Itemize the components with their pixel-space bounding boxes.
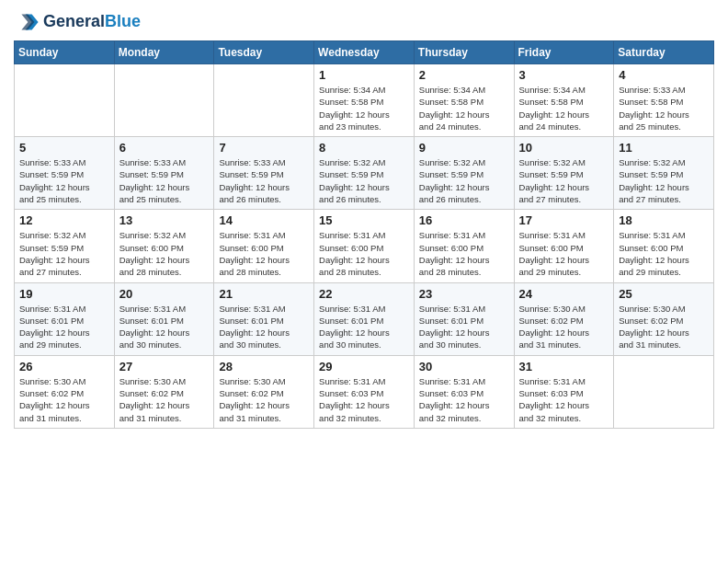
cell-content: Sunrise: 5:31 AM Sunset: 6:01 PM Dayligh… [19,303,109,351]
calendar-cell [614,355,714,428]
calendar-cell: 22Sunrise: 5:31 AM Sunset: 6:01 PM Dayli… [314,282,415,355]
calendar-table: SundayMondayTuesdayWednesdayThursdayFrid… [14,40,714,429]
day-number: 23 [419,287,509,301]
page-header: GeneralBlue [14,9,714,35]
calendar-week-row: 12Sunrise: 5:32 AM Sunset: 5:59 PM Dayli… [15,210,714,282]
col-header-wednesday: Wednesday [314,41,415,64]
cell-content: Sunrise: 5:31 AM Sunset: 6:00 PM Dayligh… [619,229,709,278]
cell-content: Sunrise: 5:33 AM Sunset: 5:59 PM Dayligh… [19,156,109,205]
cell-content: Sunrise: 5:31 AM Sunset: 6:00 PM Dayligh… [219,229,309,278]
calendar-week-row: 5Sunrise: 5:33 AM Sunset: 5:59 PM Daylig… [15,137,714,210]
cell-content: Sunrise: 5:31 AM Sunset: 6:01 PM Dayligh… [419,303,509,351]
calendar-cell: 2Sunrise: 5:34 AM Sunset: 5:58 PM Daylig… [414,64,514,137]
calendar-cell: 18Sunrise: 5:31 AM Sunset: 6:00 PM Dayli… [614,210,714,282]
cell-content: Sunrise: 5:31 AM Sunset: 6:01 PM Dayligh… [319,303,409,351]
day-number: 16 [419,213,509,227]
calendar-cell [15,64,115,137]
calendar-cell: 20Sunrise: 5:31 AM Sunset: 6:01 PM Dayli… [114,282,214,355]
day-number: 12 [19,213,109,227]
cell-content: Sunrise: 5:31 AM Sunset: 6:03 PM Dayligh… [419,375,509,424]
cell-content: Sunrise: 5:30 AM Sunset: 6:02 PM Dayligh… [119,375,210,424]
calendar-cell: 30Sunrise: 5:31 AM Sunset: 6:03 PM Dayli… [414,355,514,428]
calendar-cell [214,64,314,137]
cell-content: Sunrise: 5:31 AM Sunset: 6:03 PM Dayligh… [319,375,409,424]
calendar-cell: 9Sunrise: 5:32 AM Sunset: 5:59 PM Daylig… [414,137,514,210]
cell-content: Sunrise: 5:32 AM Sunset: 5:59 PM Dayligh… [319,156,409,205]
day-number: 31 [519,360,609,373]
day-number: 14 [219,213,309,227]
cell-content: Sunrise: 5:30 AM Sunset: 6:02 PM Dayligh… [619,303,709,351]
col-header-tuesday: Tuesday [214,41,314,64]
col-header-friday: Friday [514,41,614,64]
logo: GeneralBlue [14,9,141,35]
cell-content: Sunrise: 5:34 AM Sunset: 5:58 PM Dayligh… [519,84,609,132]
day-number: 30 [419,360,509,373]
cell-content: Sunrise: 5:32 AM Sunset: 5:59 PM Dayligh… [619,156,709,205]
calendar-cell: 12Sunrise: 5:32 AM Sunset: 5:59 PM Dayli… [15,210,115,282]
day-number: 29 [319,360,409,373]
calendar-cell: 16Sunrise: 5:31 AM Sunset: 6:00 PM Dayli… [414,210,514,282]
day-number: 11 [619,141,709,155]
calendar-cell: 26Sunrise: 5:30 AM Sunset: 6:02 PM Dayli… [15,355,115,428]
calendar-week-row: 26Sunrise: 5:30 AM Sunset: 6:02 PM Dayli… [15,355,714,428]
calendar-cell: 11Sunrise: 5:32 AM Sunset: 5:59 PM Dayli… [614,137,714,210]
cell-content: Sunrise: 5:30 AM Sunset: 6:02 PM Dayligh… [219,375,309,424]
calendar-cell: 10Sunrise: 5:32 AM Sunset: 5:59 PM Dayli… [514,137,614,210]
day-number: 13 [119,213,210,227]
day-number: 20 [119,287,210,301]
day-number: 4 [619,68,709,82]
calendar-cell: 27Sunrise: 5:30 AM Sunset: 6:02 PM Dayli… [114,355,214,428]
logo-text: GeneralBlue [43,13,141,31]
day-number: 2 [419,68,509,82]
day-number: 9 [419,141,509,155]
calendar-cell [114,64,214,137]
day-number: 19 [19,287,109,301]
day-number: 24 [519,287,609,301]
cell-content: Sunrise: 5:30 AM Sunset: 6:02 PM Dayligh… [19,375,109,424]
cell-content: Sunrise: 5:32 AM Sunset: 5:59 PM Dayligh… [519,156,609,205]
calendar-cell: 24Sunrise: 5:30 AM Sunset: 6:02 PM Dayli… [514,282,614,355]
calendar-cell: 31Sunrise: 5:31 AM Sunset: 6:03 PM Dayli… [514,355,614,428]
cell-content: Sunrise: 5:32 AM Sunset: 6:00 PM Dayligh… [119,229,210,278]
cell-content: Sunrise: 5:34 AM Sunset: 5:58 PM Dayligh… [419,84,509,132]
day-number: 1 [319,68,409,82]
calendar-cell: 14Sunrise: 5:31 AM Sunset: 6:00 PM Dayli… [214,210,314,282]
day-number: 3 [519,68,609,82]
day-number: 21 [219,287,309,301]
day-number: 22 [319,287,409,301]
calendar-cell: 23Sunrise: 5:31 AM Sunset: 6:01 PM Dayli… [414,282,514,355]
day-number: 17 [519,213,609,227]
cell-content: Sunrise: 5:33 AM Sunset: 5:59 PM Dayligh… [219,156,309,205]
logo-icon [14,9,40,35]
day-number: 18 [619,213,709,227]
day-number: 25 [619,287,709,301]
day-number: 26 [19,360,109,373]
col-header-thursday: Thursday [414,41,514,64]
calendar-week-row: 1Sunrise: 5:34 AM Sunset: 5:58 PM Daylig… [15,64,714,137]
calendar-cell: 1Sunrise: 5:34 AM Sunset: 5:58 PM Daylig… [314,64,415,137]
cell-content: Sunrise: 5:31 AM Sunset: 6:03 PM Dayligh… [519,375,609,424]
calendar-cell: 28Sunrise: 5:30 AM Sunset: 6:02 PM Dayli… [214,355,314,428]
cell-content: Sunrise: 5:33 AM Sunset: 5:58 PM Dayligh… [619,84,709,132]
calendar-cell: 17Sunrise: 5:31 AM Sunset: 6:00 PM Dayli… [514,210,614,282]
calendar-cell: 7Sunrise: 5:33 AM Sunset: 5:59 PM Daylig… [214,137,314,210]
cell-content: Sunrise: 5:33 AM Sunset: 5:59 PM Dayligh… [119,156,210,205]
calendar-cell: 25Sunrise: 5:30 AM Sunset: 6:02 PM Dayli… [614,282,714,355]
day-number: 15 [319,213,409,227]
day-number: 10 [519,141,609,155]
calendar-cell: 8Sunrise: 5:32 AM Sunset: 5:59 PM Daylig… [314,137,415,210]
day-number: 7 [219,141,309,155]
cell-content: Sunrise: 5:32 AM Sunset: 5:59 PM Dayligh… [19,229,109,278]
cell-content: Sunrise: 5:30 AM Sunset: 6:02 PM Dayligh… [519,303,609,351]
col-header-sunday: Sunday [15,41,115,64]
calendar-cell: 19Sunrise: 5:31 AM Sunset: 6:01 PM Dayli… [15,282,115,355]
col-header-monday: Monday [114,41,214,64]
calendar-cell: 21Sunrise: 5:31 AM Sunset: 6:01 PM Dayli… [214,282,314,355]
day-number: 27 [119,360,210,373]
cell-content: Sunrise: 5:31 AM Sunset: 6:00 PM Dayligh… [419,229,509,278]
cell-content: Sunrise: 5:31 AM Sunset: 6:01 PM Dayligh… [219,303,309,351]
calendar-week-row: 19Sunrise: 5:31 AM Sunset: 6:01 PM Dayli… [15,282,714,355]
calendar-cell: 6Sunrise: 5:33 AM Sunset: 5:59 PM Daylig… [114,137,214,210]
cell-content: Sunrise: 5:32 AM Sunset: 5:59 PM Dayligh… [419,156,509,205]
day-number: 6 [119,141,210,155]
